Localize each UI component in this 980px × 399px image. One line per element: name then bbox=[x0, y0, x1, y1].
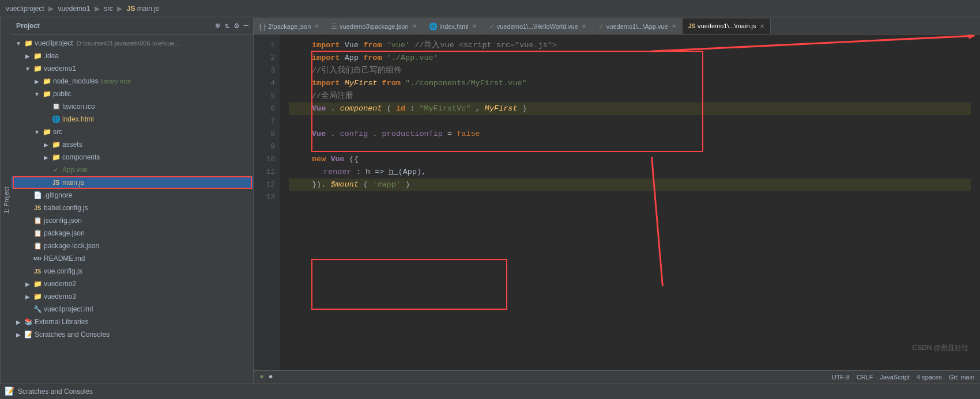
sort-icon[interactable]: ⇅ bbox=[225, 21, 229, 31]
tree-label-package-lock: package-lock.json bbox=[44, 242, 99, 250]
code-line-5: //全局注册 bbox=[289, 90, 971, 102]
tree-label-vuedemo2: vuedemo2 bbox=[44, 280, 76, 288]
sidebar-tree: ▼ 📁 vuecliproject D:\course\03-javaweb\0… bbox=[12, 35, 253, 383]
line-num-12: 12 bbox=[254, 178, 275, 191]
tree-item-iml[interactable]: 🔧 vuecliproject.iml bbox=[12, 303, 253, 316]
title-folder2: src bbox=[104, 5, 113, 13]
status-lang[interactable]: JavaScript bbox=[880, 374, 910, 381]
tree-item-index-html[interactable]: 🌐 index.html bbox=[12, 113, 253, 126]
tree-item-public[interactable]: ▼ 📁 public bbox=[12, 88, 253, 100]
close-btn-5[interactable]: ✕ bbox=[672, 23, 676, 29]
tab-main-js[interactable]: JS vuedemo1\...\main.js ✕ bbox=[683, 18, 771, 34]
status-indent[interactable]: 4 spaces bbox=[917, 374, 942, 381]
tree-item-vuedemo2[interactable]: ▶ 📁 vuedemo2 bbox=[12, 278, 253, 290]
tree-label-public: public bbox=[53, 90, 71, 98]
status-icon-2: ● bbox=[269, 373, 273, 381]
line-num-13: 13 bbox=[254, 191, 275, 204]
tab-package-json[interactable]: { } 2\package.json ✕ bbox=[254, 18, 325, 34]
tree-item-package-lock[interactable]: 📋 package-lock.json bbox=[12, 240, 253, 252]
tree-item-jsconfig[interactable]: 📋 jsconfig.json bbox=[12, 214, 253, 227]
line-num-8: 8 bbox=[254, 128, 275, 140]
folder-icon-node: 📁 bbox=[42, 77, 52, 85]
tree-item-app-vue[interactable]: ✓ App.vue bbox=[12, 164, 253, 176]
tree-item-components[interactable]: ▶ 📁 components bbox=[12, 151, 253, 164]
status-git[interactable]: Git: main bbox=[949, 374, 974, 381]
tree-label-index-html: index.html bbox=[62, 115, 94, 123]
json-icon-1: { } bbox=[259, 22, 266, 31]
tree-arrow-components: ▶ bbox=[42, 154, 51, 161]
tree-item-vuedemo3[interactable]: ▶ 📁 vuedemo3 bbox=[12, 290, 253, 303]
tab-index-html[interactable]: 🌐 index.html ✕ bbox=[423, 18, 483, 34]
favicon-icon: 🔲 bbox=[51, 102, 61, 111]
tree-label-jsconfig: jsconfig.json bbox=[44, 216, 82, 225]
settings-icon[interactable]: ⚙ bbox=[234, 21, 239, 31]
tree-arrow: ▼ bbox=[14, 40, 23, 47]
tree-label-iml: vuecliproject.iml bbox=[44, 305, 93, 313]
tree-label-ext: External Libraries bbox=[35, 318, 88, 326]
iml-icon: 🔧 bbox=[32, 305, 43, 313]
close-btn-6[interactable]: ✕ bbox=[760, 23, 764, 29]
folder-icon-vuedemo3: 📁 bbox=[32, 292, 43, 301]
package-lock-icon: 📋 bbox=[32, 242, 43, 250]
tree-item-vue-config[interactable]: JS vue.config.js bbox=[12, 265, 253, 278]
tab-vuedemo3-package[interactable]: ☰ vuedemo3\package.json ✕ bbox=[325, 18, 423, 34]
folder-icon-components: 📁 bbox=[51, 153, 61, 161]
title-file-icon: JS bbox=[127, 5, 135, 13]
folder-icon: 📁 bbox=[23, 39, 33, 47]
tab-label-3: index.html bbox=[440, 23, 469, 30]
tree-label-vue-config: vue.config.js bbox=[44, 267, 82, 275]
tab-label-1: 2\package.json bbox=[268, 23, 311, 30]
tree-item-package-json[interactable]: 📋 package.json bbox=[12, 227, 253, 240]
add-icon[interactable]: ⊕ bbox=[215, 21, 220, 31]
gitignore-icon: 📄 bbox=[32, 191, 43, 199]
vertical-tab-project[interactable]: 1: Project bbox=[0, 17, 12, 383]
tree-item-favicon[interactable]: 🔲 favicon.ico bbox=[12, 100, 253, 113]
folder-icon-idea: 📁 bbox=[32, 52, 43, 60]
tree-label-scratches: Scratches and Consoles bbox=[35, 330, 110, 339]
project-name: vuecliproject bbox=[6, 5, 44, 13]
title-bar-text: vuecliproject ▶ vuedemo1 ▶ src ▶ JS main… bbox=[6, 5, 159, 13]
tree-item-ext-libraries[interactable]: ▶ 📚 External Libraries bbox=[12, 316, 253, 328]
minimize-icon[interactable]: — bbox=[244, 21, 248, 31]
code-area[interactable]: import Vue from 'vue' //导入vue <script sr… bbox=[280, 35, 980, 370]
sidebar-header: Project ⊕ ⇅ ⚙ — bbox=[12, 17, 253, 35]
tree-label-app-vue: App.vue bbox=[62, 166, 88, 174]
ext-library-icon: 📚 bbox=[23, 318, 33, 326]
tree-item-scratches[interactable]: ▶ 📝 Scratches and Consoles bbox=[12, 328, 253, 341]
vue-config-icon: JS bbox=[32, 268, 43, 275]
code-line-11: render : h => h (App), bbox=[289, 166, 971, 178]
close-btn-2[interactable]: ✕ bbox=[412, 23, 417, 29]
tab-helloworld-vue[interactable]: ✓ vuedemo1\...\HelloWorld.vue ✕ bbox=[483, 18, 593, 34]
tree-item-node-modules[interactable]: ▶ 📁 node_modules library root bbox=[12, 75, 253, 88]
tab-label-6: vuedemo1\...\main.js bbox=[698, 22, 756, 29]
tree-item-gitignore[interactable]: 📄 .gitignore bbox=[12, 189, 253, 202]
tree-path: D:\course\03-javaweb\006-vue\vue... bbox=[77, 40, 180, 47]
scratches-bottom-label[interactable]: Scratches and Consoles bbox=[18, 387, 93, 396]
readme-icon: MD bbox=[32, 256, 43, 261]
close-btn-4[interactable]: ✕ bbox=[582, 23, 586, 29]
status-line-ending[interactable]: CRLF bbox=[857, 374, 873, 381]
tree-item-readme[interactable]: MD README.md bbox=[12, 252, 253, 265]
close-btn-3[interactable]: ✕ bbox=[472, 23, 477, 29]
close-btn-1[interactable]: ✕ bbox=[314, 23, 319, 29]
tree-item-babel[interactable]: JS babel.config.js bbox=[12, 202, 253, 214]
tree-label-favicon: favicon.ico bbox=[62, 102, 95, 111]
tab-app-vue[interactable]: ✓ vuedemo1\...\App.vue ✕ bbox=[593, 18, 683, 34]
code-line-7 bbox=[289, 115, 971, 128]
line-num-5: 5 bbox=[254, 90, 275, 102]
tree-item-vuecliproject[interactable]: ▼ 📁 vuecliproject D:\course\03-javaweb\0… bbox=[12, 37, 253, 50]
tree-item-assets[interactable]: ▶ 📁 assets bbox=[12, 138, 253, 151]
line-num-4: 4 bbox=[254, 77, 275, 90]
tree-label-babel: babel.config.js bbox=[44, 204, 88, 212]
tree-item-vuedemo1[interactable]: ▼ 📁 vuedemo1 bbox=[12, 62, 253, 75]
code-line-13 bbox=[289, 191, 971, 204]
tree-label-idea: .idea bbox=[44, 52, 59, 60]
tree-item-main-js[interactable]: JS main.js bbox=[12, 176, 253, 189]
tree-label-components: components bbox=[62, 153, 100, 161]
tree-label-readme: README.md bbox=[44, 254, 85, 263]
tree-item-src[interactable]: ▼ 📁 src bbox=[12, 126, 253, 138]
code-line-12: }). $mount ( '#app' ) bbox=[289, 178, 971, 191]
status-encoding[interactable]: UTF-8 bbox=[832, 374, 850, 381]
tree-item-idea[interactable]: ▶ 📁 .idea bbox=[12, 50, 253, 62]
tree-arrow-ext: ▶ bbox=[14, 319, 23, 325]
